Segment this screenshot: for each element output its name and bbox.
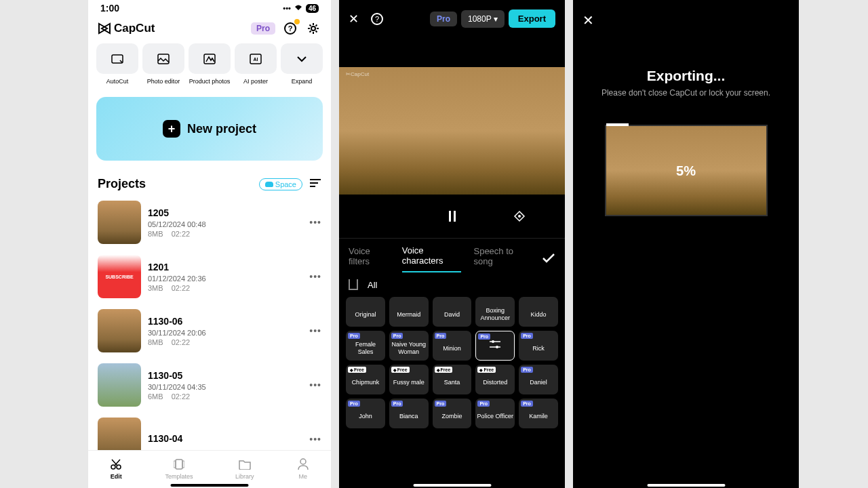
project-duration: 02:22 bbox=[172, 230, 191, 238]
tab-voice-filters[interactable]: Voice filters bbox=[349, 246, 390, 272]
pro-badge: Pro bbox=[391, 333, 403, 339]
more-icon[interactable]: ••• bbox=[309, 325, 321, 336]
close-icon[interactable]: ✕ bbox=[349, 12, 359, 26]
voice-item[interactable]: Mermaid bbox=[389, 297, 429, 327]
voice-item[interactable]: ProFemale Sales bbox=[346, 331, 385, 361]
voice-item[interactable]: Kiddo bbox=[519, 297, 558, 327]
tab-speech-to-song[interactable]: Speech to song bbox=[473, 246, 530, 272]
tool-ai-poster[interactable]: AI AI poster bbox=[235, 43, 277, 85]
project-item[interactable]: 1130-05 30/11/2024 04:35 6MB02:22 ••• bbox=[98, 358, 321, 412]
watermark: ✂CapCut bbox=[346, 71, 369, 77]
project-size: 6MB bbox=[148, 392, 163, 401]
tool-product-photos[interactable]: Product photos bbox=[189, 43, 231, 85]
voice-name: Kiddo bbox=[531, 311, 547, 319]
voice-item[interactable]: ProDaniel bbox=[519, 365, 558, 394]
voice-name: Police Officer bbox=[477, 413, 513, 420]
resolution-button[interactable]: 1080P ▾ bbox=[461, 10, 505, 28]
more-icon[interactable]: ••• bbox=[309, 434, 321, 445]
plus-icon: + bbox=[163, 120, 180, 138]
pause-button[interactable] bbox=[449, 211, 456, 222]
pro-badge[interactable]: Pro bbox=[430, 12, 457, 26]
logo-mark-icon bbox=[98, 22, 111, 35]
project-name: 1130-04 bbox=[148, 433, 302, 444]
help-icon[interactable]: ? bbox=[371, 13, 383, 25]
more-icon[interactable]: ••• bbox=[309, 217, 321, 228]
project-duration: 02:22 bbox=[172, 392, 191, 401]
voice-name: Zombie bbox=[441, 413, 462, 420]
pro-badge: Pro bbox=[477, 401, 490, 407]
nav-library[interactable]: Library bbox=[235, 458, 254, 480]
free-badge: Free bbox=[477, 367, 496, 373]
svg-point-14 bbox=[518, 215, 521, 218]
svg-rect-12 bbox=[182, 461, 184, 468]
filter-all[interactable]: All bbox=[368, 280, 377, 290]
project-thumbnail bbox=[98, 309, 141, 352]
project-size: 8MB bbox=[148, 338, 163, 346]
pro-badge[interactable]: Pro bbox=[251, 22, 275, 35]
chevron-down-icon bbox=[281, 43, 323, 74]
project-date: 05/12/2024 00:48 bbox=[148, 220, 302, 228]
voice-item[interactable]: ProJohn bbox=[346, 399, 385, 428]
video-preview[interactable]: ✂CapCut bbox=[339, 67, 565, 195]
free-badge: Free bbox=[348, 367, 366, 373]
voice-item[interactable]: ProBianca bbox=[389, 399, 429, 428]
help-icon[interactable]: ? bbox=[282, 20, 298, 37]
voice-item[interactable]: FreeChipmunk bbox=[346, 365, 385, 394]
voice-item[interactable]: Original bbox=[346, 297, 385, 327]
close-icon[interactable]: ✕ bbox=[583, 13, 594, 28]
home-screen: 1:00 ••• 46 CapCut Pro ? bbox=[88, 0, 331, 488]
keyframe-icon[interactable] bbox=[513, 210, 526, 222]
export-button[interactable]: Export bbox=[509, 9, 555, 28]
more-icon[interactable]: ••• bbox=[309, 271, 321, 282]
bookmark-icon[interactable] bbox=[349, 279, 358, 290]
settings-icon[interactable] bbox=[305, 20, 321, 37]
project-list: 1205 05/12/2024 00:48 8MB02:22 ••• 1201 … bbox=[88, 195, 331, 466]
svg-rect-11 bbox=[174, 461, 176, 468]
tab-voice-characters[interactable]: Voice characters bbox=[402, 245, 462, 272]
voice-name: Chipmunk bbox=[352, 379, 380, 386]
tool-expand[interactable]: Expand bbox=[281, 43, 323, 85]
project-name: 1201 bbox=[148, 262, 302, 272]
more-icon[interactable]: ••• bbox=[309, 380, 321, 390]
voice-item[interactable]: ProZombie bbox=[433, 399, 472, 428]
playback-controls bbox=[339, 195, 565, 238]
pro-badge: Pro bbox=[391, 401, 403, 407]
svg-point-13 bbox=[300, 459, 306, 464]
voice-item[interactable]: FreeSanta bbox=[433, 365, 472, 394]
nav-templates[interactable]: Templates bbox=[165, 458, 193, 480]
project-item[interactable]: 1201 01/12/2024 20:36 3MB02:22 ••• bbox=[98, 249, 321, 304]
projects-header: Projects Space bbox=[88, 173, 331, 195]
project-item[interactable]: 1130-06 30/11/2024 20:06 8MB02:22 ••• bbox=[98, 304, 321, 358]
voice-item[interactable]: ProPolice Officer bbox=[475, 399, 515, 428]
voice-item[interactable]: David bbox=[433, 297, 472, 327]
nav-edit[interactable]: Edit bbox=[109, 458, 123, 480]
capcut-logo: CapCut bbox=[98, 22, 155, 35]
app-header: CapCut Pro ? bbox=[88, 14, 331, 43]
space-button[interactable]: Space bbox=[259, 178, 302, 190]
free-badge: Free bbox=[391, 367, 410, 373]
tool-photo-editor[interactable]: Photo editor bbox=[142, 43, 184, 85]
filter-icon[interactable] bbox=[309, 178, 321, 190]
voice-item[interactable]: FreeFussy male bbox=[389, 365, 429, 394]
svg-text:AI: AI bbox=[254, 57, 258, 62]
voice-name: David bbox=[444, 311, 460, 319]
voice-item[interactable]: Boxing Announcer bbox=[475, 297, 515, 327]
svg-text:?: ? bbox=[288, 24, 293, 33]
project-item[interactable]: 1205 05/12/2024 00:48 8MB02:22 ••• bbox=[98, 195, 321, 249]
tool-autocut[interactable]: AutoCut bbox=[96, 43, 138, 85]
pro-badge: Pro bbox=[521, 333, 533, 339]
new-project-button[interactable]: + New project bbox=[96, 97, 323, 161]
voice-item[interactable]: Pro bbox=[475, 331, 515, 361]
voice-item[interactable]: ProRick bbox=[519, 331, 558, 361]
voice-item[interactable]: ProNaive Young Woman bbox=[389, 331, 429, 361]
export-subtitle: Please don't close CapCut or lock your s… bbox=[601, 88, 770, 98]
voice-name: John bbox=[359, 413, 372, 420]
voice-name: Female Sales bbox=[347, 341, 384, 356]
voice-name: Santa bbox=[444, 379, 460, 386]
voice-item[interactable]: ProKamile bbox=[519, 399, 558, 428]
nav-me[interactable]: Me bbox=[296, 458, 310, 480]
confirm-icon[interactable] bbox=[542, 253, 555, 265]
voice-item[interactable]: ProMinion bbox=[433, 331, 472, 361]
voice-item[interactable]: FreeDistorted bbox=[475, 365, 515, 394]
notification-dot bbox=[294, 19, 300, 24]
